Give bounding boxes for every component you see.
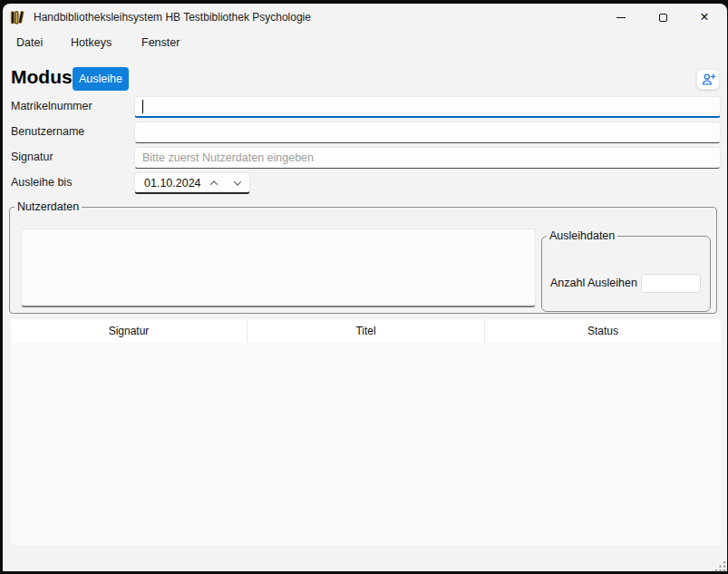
window-title: Handbibliotheksleihsystem HB Testbibliot…: [34, 11, 311, 24]
books-icon: [10, 10, 25, 25]
menu-item-hotkeys[interactable]: Hotkeys: [71, 36, 112, 49]
ausleihe-bis-label: Ausleihe bis: [11, 176, 72, 189]
date-increment-button[interactable]: [202, 173, 226, 192]
signatur-input[interactable]: [134, 147, 721, 169]
anzahl-ausleihen-label: Anzahl Ausleihen: [550, 277, 637, 289]
window-controls: ✕: [600, 4, 725, 31]
ausleihdaten-legend: Ausleihdaten: [547, 229, 617, 242]
column-header-titel[interactable]: Titel: [247, 319, 484, 343]
date-decrement-button[interactable]: [226, 173, 249, 192]
mode-ausleihe-button[interactable]: Ausleihe: [73, 67, 129, 91]
mode-heading: Modus: [11, 66, 73, 88]
benutzername-label: Benutzername: [11, 125, 84, 138]
nutzerdaten-groupbox: Nutzerdaten Ausleihdaten Anzahl Ausleihe…: [9, 200, 717, 314]
close-button[interactable]: ✕: [684, 4, 725, 31]
table-header-row: Signatur Titel Status: [11, 319, 721, 343]
ausleihdaten-groupbox: Ausleihdaten Anzahl Ausleihen: [541, 229, 711, 312]
column-header-status[interactable]: Status: [484, 319, 721, 343]
matrikelnummer-label: Matrikelnummer: [11, 100, 92, 112]
anzahl-ausleihen-input[interactable]: [641, 274, 701, 293]
nutzerdaten-legend: Nutzerdaten: [15, 200, 82, 213]
text-caret: [142, 100, 143, 113]
chevron-up-icon: [210, 180, 218, 188]
benutzername-input[interactable]: [134, 122, 721, 143]
signatur-label: Signatur: [11, 151, 53, 163]
chevron-down-icon: [234, 178, 241, 185]
title-bar: Handbibliotheksleihsystem HB Testbibliot…: [3, 4, 727, 31]
nutzerdaten-textarea[interactable]: [21, 229, 536, 307]
minimize-button[interactable]: [600, 4, 642, 31]
maximize-icon: [659, 14, 667, 22]
person-add-icon: [701, 73, 716, 86]
add-user-button[interactable]: [696, 69, 720, 90]
screen: { "window": { "title": "Handbibliotheksl…: [0, 0, 728, 574]
resize-grip-icon[interactable]: [715, 561, 726, 572]
menu-item-datei[interactable]: Datei: [16, 36, 43, 49]
ausleihe-bis-date-spinner[interactable]: 01.10.2024: [134, 172, 250, 194]
close-icon: ✕: [700, 12, 709, 24]
maximize-button[interactable]: [642, 4, 684, 31]
date-value: 01.10.2024: [135, 177, 202, 190]
matrikelnummer-input[interactable]: [134, 96, 721, 118]
minimize-icon: [616, 17, 626, 18]
column-header-signatur[interactable]: Signatur: [11, 319, 247, 343]
menu-item-fenster[interactable]: Fenster: [141, 36, 180, 49]
table-body-empty: [11, 343, 721, 546]
